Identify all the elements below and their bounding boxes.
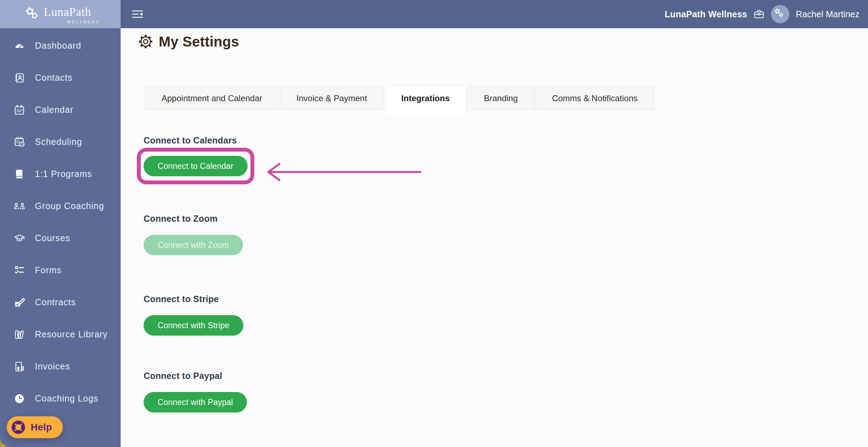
page-title-row: My Settings — [138, 28, 868, 49]
integrations-sections: Connect to Calendars Connect to Calendar… — [144, 135, 868, 412]
clock-icon — [13, 393, 25, 405]
user-avatar[interactable]: ✿ ✿ — [771, 5, 789, 23]
section-heading: Connect to Stripe — [144, 294, 868, 304]
contacts-icon — [13, 72, 25, 84]
contract-pen-icon — [13, 296, 25, 308]
sidebar-item-label: Contracts — [35, 297, 76, 307]
sidebar-item-label: Group Coaching — [35, 201, 104, 211]
sidebar-item-courses[interactable]: Courses — [0, 222, 121, 254]
brand-name: LunaPath — [44, 5, 91, 19]
help-button[interactable]: Help — [7, 416, 63, 438]
group-icon — [13, 200, 25, 212]
tab-appointment-and-calendar[interactable]: Appointment and Calendar — [145, 86, 279, 110]
tab-invoice-payment[interactable]: Invoice & Payment — [280, 86, 384, 110]
sidebar-item-invoices[interactable]: $ Invoices — [0, 350, 121, 382]
invoice-icon: $ — [13, 361, 25, 373]
collapse-sidebar-icon[interactable] — [131, 9, 144, 19]
settings-tabs: Appointment and Calendar Invoice & Payme… — [145, 85, 848, 110]
sidebar-item-contracts[interactable]: Contracts — [0, 286, 121, 318]
sidebar-item-label: Scheduling — [35, 137, 82, 147]
sidebar-item-scheduling[interactable]: Scheduling — [0, 126, 121, 158]
help-label: Help — [31, 422, 52, 433]
checklist-icon — [13, 264, 25, 276]
section-connect-calendars: Connect to Calendars Connect to Calendar — [144, 135, 868, 184]
section-heading: Connect to Calendars — [144, 135, 868, 146]
section-connect-paypal: Connect to Paypal Connect with Paypal — [144, 371, 868, 412]
sidebar-item-calendar[interactable]: Calendar — [0, 94, 121, 126]
lifebuoy-icon — [10, 419, 26, 435]
sidebar-item-contacts[interactable]: Contacts — [0, 62, 121, 94]
flower-logo-icon: ✿✿ — [25, 5, 38, 20]
sidebar-item-label: Coaching Logs — [35, 393, 98, 404]
user-name[interactable]: Rachel Martinez — [796, 9, 860, 19]
sidebar-item-coaching-logs[interactable]: Coaching Logs — [0, 382, 121, 415]
sidebar-item-label: 1:1 Programs — [35, 169, 92, 179]
brand-tagline: WELLNESS — [67, 20, 100, 24]
sidebar: ✿✿ LunaPath WELLNESS Dashboard Contacts … — [0, 0, 121, 447]
connect-calendar-button[interactable]: Connect to Calendar — [144, 156, 248, 176]
section-connect-stripe: Connect to Stripe Connect with Stripe — [144, 294, 868, 336]
books-icon — [13, 329, 25, 341]
main-content: My Settings Appointment and Calendar Inv… — [121, 28, 868, 447]
sidebar-item-label: Dashboard — [35, 41, 81, 51]
sidebar-item-label: Invoices — [35, 361, 70, 372]
sidebar-item-programs[interactable]: 1:1 Programs — [0, 158, 121, 190]
gear-icon — [138, 33, 154, 50]
section-heading: Connect to Paypal — [144, 371, 868, 381]
section-heading: Connect to Zoom — [144, 214, 868, 224]
annotation-highlight-box: Connect to Calendar — [137, 148, 254, 184]
sidebar-item-label: Contacts — [35, 73, 73, 83]
header-right-cluster: LunaPath Wellness ✿ ✿ Rachel Martinez — [664, 5, 868, 23]
tab-comms-notifications[interactable]: Comms & Notifications — [535, 86, 654, 110]
graduation-cap-icon — [13, 232, 25, 244]
flower-avatar-icon: ✿ — [778, 11, 784, 19]
connect-zoom-button[interactable]: Connect with Zoom — [144, 235, 243, 255]
page-title: My Settings — [159, 34, 239, 50]
book-icon — [13, 168, 25, 180]
tab-integrations[interactable]: Integrations — [385, 85, 466, 116]
sidebar-item-group-coaching[interactable]: Group Coaching — [0, 190, 121, 222]
calendar-icon — [13, 104, 25, 116]
sidebar-item-resource-library[interactable]: Resource Library — [0, 318, 121, 350]
briefcase-icon[interactable] — [753, 9, 765, 19]
connect-stripe-button[interactable]: Connect with Stripe — [144, 315, 243, 336]
workspace-name: LunaPath Wellness — [664, 9, 747, 19]
dashboard-icon — [13, 40, 25, 52]
top-header: LunaPath Wellness ✿ ✿ Rachel Martinez — [121, 0, 868, 28]
brand-logo: ✿✿ LunaPath WELLNESS — [0, 0, 121, 28]
section-connect-zoom: Connect to Zoom Connect with Zoom — [144, 214, 868, 255]
scheduling-icon — [13, 136, 25, 148]
sidebar-nav: Dashboard Contacts Calendar Scheduling 1 — [0, 28, 121, 415]
tab-branding[interactable]: Branding — [467, 86, 534, 110]
svg-text:$: $ — [17, 366, 19, 370]
connect-paypal-button[interactable]: Connect with Paypal — [144, 392, 247, 412]
sidebar-item-label: Forms — [35, 265, 62, 275]
sidebar-item-dashboard[interactable]: Dashboard — [0, 30, 121, 62]
sidebar-item-label: Courses — [35, 233, 70, 243]
sidebar-item-label: Resource Library — [35, 329, 108, 339]
sidebar-item-label: Calendar — [35, 105, 73, 115]
sidebar-item-forms[interactable]: Forms — [0, 254, 121, 286]
